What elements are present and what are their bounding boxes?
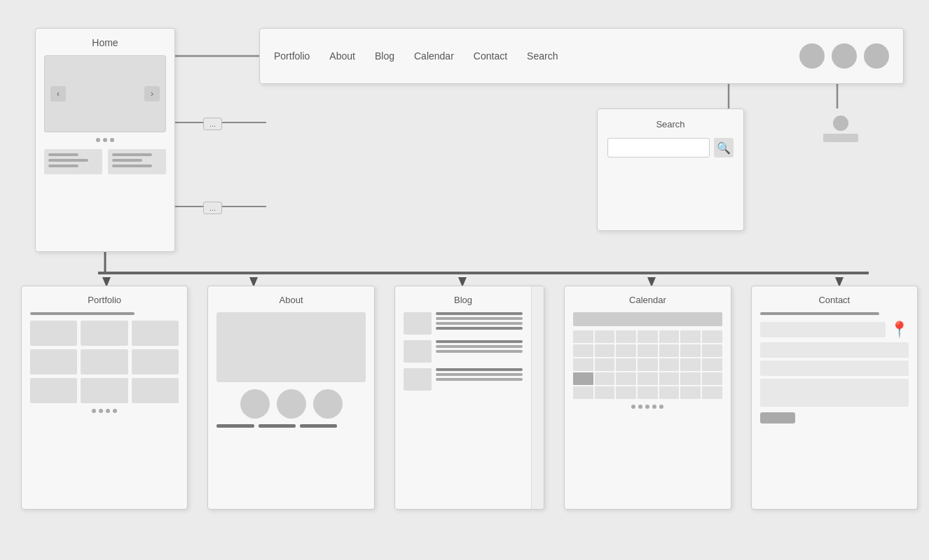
blog-line xyxy=(436,345,523,348)
content-line xyxy=(112,164,152,167)
cal-cell xyxy=(616,372,636,385)
cal-cell xyxy=(573,358,593,371)
dot-2 xyxy=(103,138,107,142)
content-block-2 xyxy=(108,149,166,174)
avatar-icon xyxy=(833,115,848,131)
about-image xyxy=(216,312,365,382)
blog-line xyxy=(436,317,523,320)
portfolio-thumb xyxy=(81,349,128,374)
blog-line xyxy=(436,322,523,325)
contact-name-row: 📍 xyxy=(760,321,909,339)
slider-right-btn[interactable]: › xyxy=(144,86,160,102)
portfolio-title: Portfolio xyxy=(30,295,179,305)
blog-line xyxy=(436,378,523,381)
dot xyxy=(631,405,635,409)
about-avatar-3 xyxy=(313,389,343,419)
cal-cell xyxy=(680,358,701,371)
blog-post-1 xyxy=(404,312,523,335)
search-icon[interactable]: 🔍 xyxy=(714,138,734,158)
blog-title: Blog xyxy=(404,295,523,305)
nav-item-portfolio[interactable]: Portfolio xyxy=(274,50,310,62)
cal-cell xyxy=(638,372,658,385)
portfolio-thumb xyxy=(81,321,128,346)
home-slider: ‹ › xyxy=(44,55,166,132)
about-avatar-2 xyxy=(277,389,306,419)
dot-1 xyxy=(96,138,100,142)
blog-line xyxy=(436,340,523,343)
dot xyxy=(659,405,663,409)
blog-thumb-2 xyxy=(404,340,432,363)
portfolio-thumb xyxy=(30,378,77,403)
cal-cell xyxy=(595,386,615,399)
nav-item-contact[interactable]: Contact xyxy=(474,50,507,62)
blog-lines-1 xyxy=(436,312,523,335)
cal-cell xyxy=(616,386,636,399)
dot xyxy=(638,405,642,409)
contact-message-input[interactable] xyxy=(760,379,909,407)
cal-cell xyxy=(659,358,680,371)
about-title: About xyxy=(216,295,365,305)
cal-cell xyxy=(616,344,636,357)
dot xyxy=(92,409,96,413)
portfolio-grid xyxy=(30,321,179,403)
calendar-dots xyxy=(573,405,722,409)
portfolio-header-line xyxy=(30,312,135,315)
cal-cell xyxy=(616,330,636,343)
contact-name-input[interactable] xyxy=(760,322,886,337)
cal-cell xyxy=(702,386,722,399)
content-line xyxy=(112,159,142,162)
blog-post-3 xyxy=(404,368,523,391)
portfolio-thumb xyxy=(132,349,179,374)
portfolio-thumb xyxy=(30,349,77,374)
contact-submit-btn[interactable] xyxy=(760,412,795,424)
cal-cell xyxy=(702,330,722,343)
about-line xyxy=(216,424,254,428)
cal-cell xyxy=(638,358,658,371)
search-dropdown-title: Search xyxy=(607,119,734,130)
contact-email-input[interactable] xyxy=(760,342,909,358)
contact-header-line xyxy=(760,312,879,315)
portfolio-thumb xyxy=(132,321,179,346)
blog-sidebar xyxy=(531,286,544,509)
content-block-1 xyxy=(44,149,102,174)
dot xyxy=(652,405,656,409)
slider-left-btn[interactable]: ‹ xyxy=(50,86,66,102)
cal-cell xyxy=(595,344,615,357)
dot-3 xyxy=(110,138,114,142)
cal-cell xyxy=(659,344,680,357)
cal-cell xyxy=(638,386,658,399)
cal-cell xyxy=(595,372,615,385)
search-input[interactable] xyxy=(607,138,710,158)
about-text xyxy=(216,424,365,428)
pages-row: Portfolio About xyxy=(21,286,918,510)
blog-post-2 xyxy=(404,340,523,363)
contact-subject-input[interactable] xyxy=(760,360,909,376)
page-card-calendar: Calendar xyxy=(564,286,731,510)
nav-item-calendar[interactable]: Calendar xyxy=(414,50,454,62)
cal-cell xyxy=(659,372,680,385)
portfolio-thumb xyxy=(30,321,77,346)
nav-circle-1 xyxy=(799,43,825,69)
dropdown-label-2: ... xyxy=(203,202,222,214)
nav-circle-3 xyxy=(864,43,889,69)
about-line-row xyxy=(216,424,365,428)
avatar-label xyxy=(823,134,858,142)
search-input-row: 🔍 xyxy=(607,138,734,158)
nav-bar-card: Portfolio About Blog Calendar Contact Se… xyxy=(259,28,904,84)
main-canvas: Home ‹ › ... ... Portfolio Ab xyxy=(0,0,929,560)
cal-cell xyxy=(702,358,722,371)
home-content-blocks xyxy=(44,149,166,174)
cal-cell xyxy=(573,330,593,343)
blog-line xyxy=(436,327,523,330)
user-avatar-dropdown xyxy=(823,115,858,142)
nav-item-about[interactable]: About xyxy=(329,50,355,62)
nav-item-search[interactable]: Search xyxy=(527,50,558,62)
dot xyxy=(106,409,110,413)
about-line xyxy=(300,424,337,428)
calendar-grid xyxy=(573,330,722,399)
cal-cell-today xyxy=(573,372,593,385)
home-card: Home ‹ › xyxy=(35,28,175,252)
nav-item-blog[interactable]: Blog xyxy=(375,50,394,62)
dot xyxy=(99,409,103,413)
cal-cell xyxy=(680,344,701,357)
